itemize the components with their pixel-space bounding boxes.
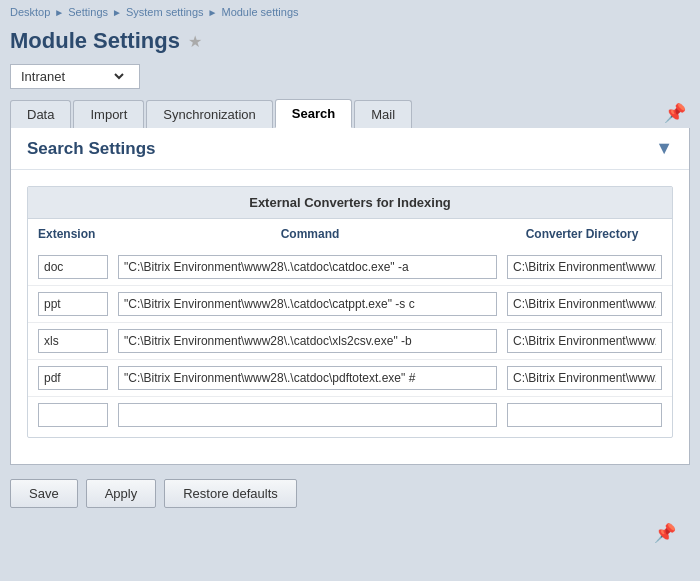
breadcrumb-arrow-3: ► bbox=[208, 7, 218, 18]
extension-input[interactable] bbox=[38, 255, 108, 279]
bottom-pin-area: 📌 bbox=[10, 518, 690, 548]
breadcrumb-arrow-2: ► bbox=[112, 7, 122, 18]
breadcrumb-arrow-1: ► bbox=[54, 7, 64, 18]
table-row bbox=[28, 322, 672, 359]
breadcrumb-system-settings[interactable]: System settings bbox=[126, 6, 204, 18]
dropdown-row: Intranet bbox=[0, 64, 700, 99]
pin-icon-top[interactable]: 📌 bbox=[664, 102, 686, 124]
apply-button[interactable]: Apply bbox=[86, 479, 157, 508]
directory-input[interactable] bbox=[507, 255, 662, 279]
tabs-bar: Data Import Synchronization Search Mail … bbox=[0, 99, 700, 128]
directory-input[interactable] bbox=[507, 403, 662, 427]
directory-input[interactable] bbox=[507, 292, 662, 316]
breadcrumb-module-settings[interactable]: Module settings bbox=[221, 6, 298, 18]
breadcrumb: Desktop ► Settings ► System settings ► M… bbox=[0, 0, 700, 22]
extension-input[interactable] bbox=[38, 403, 108, 427]
main-content: Search Settings ▼ External Converters fo… bbox=[10, 128, 690, 465]
table-row bbox=[28, 249, 672, 285]
tab-import[interactable]: Import bbox=[73, 100, 144, 128]
chevron-down-icon[interactable]: ▼ bbox=[655, 138, 673, 159]
breadcrumb-desktop[interactable]: Desktop bbox=[10, 6, 50, 18]
extension-input[interactable] bbox=[38, 292, 108, 316]
converters-table-header: External Converters for Indexing bbox=[28, 187, 672, 219]
converters-columns: Extension Command Converter Directory bbox=[28, 219, 672, 245]
col-header-command: Command bbox=[128, 227, 492, 241]
module-select-input[interactable]: Intranet bbox=[17, 68, 127, 85]
converter-rows bbox=[28, 245, 672, 437]
converters-table: External Converters for Indexing Extensi… bbox=[27, 186, 673, 438]
tab-mail[interactable]: Mail bbox=[354, 100, 412, 128]
command-input[interactable] bbox=[118, 255, 497, 279]
extension-input[interactable] bbox=[38, 329, 108, 353]
tab-data[interactable]: Data bbox=[10, 100, 71, 128]
command-input[interactable] bbox=[118, 329, 497, 353]
module-dropdown[interactable]: Intranet bbox=[10, 64, 140, 89]
col-header-directory: Converter Directory bbox=[502, 227, 662, 241]
table-row bbox=[28, 396, 672, 433]
pin-icon-bottom[interactable]: 📌 bbox=[654, 523, 676, 543]
table-row bbox=[28, 359, 672, 396]
actions-bar: Save Apply Restore defaults bbox=[0, 465, 700, 518]
table-row bbox=[28, 285, 672, 322]
page-header: Module Settings ★ bbox=[0, 22, 700, 64]
breadcrumb-settings[interactable]: Settings bbox=[68, 6, 108, 18]
directory-input[interactable] bbox=[507, 329, 662, 353]
section-title: Search Settings bbox=[27, 139, 156, 159]
command-input[interactable] bbox=[118, 292, 497, 316]
restore-defaults-button[interactable]: Restore defaults bbox=[164, 479, 297, 508]
star-icon[interactable]: ★ bbox=[188, 32, 202, 51]
tab-synchronization[interactable]: Synchronization bbox=[146, 100, 273, 128]
page-title: Module Settings bbox=[10, 28, 180, 54]
tab-search[interactable]: Search bbox=[275, 99, 352, 128]
save-button[interactable]: Save bbox=[10, 479, 78, 508]
command-input[interactable] bbox=[118, 403, 497, 427]
section-header: Search Settings ▼ bbox=[11, 128, 689, 170]
command-input[interactable] bbox=[118, 366, 497, 390]
directory-input[interactable] bbox=[507, 366, 662, 390]
col-header-extension: Extension bbox=[38, 227, 118, 241]
extension-input[interactable] bbox=[38, 366, 108, 390]
